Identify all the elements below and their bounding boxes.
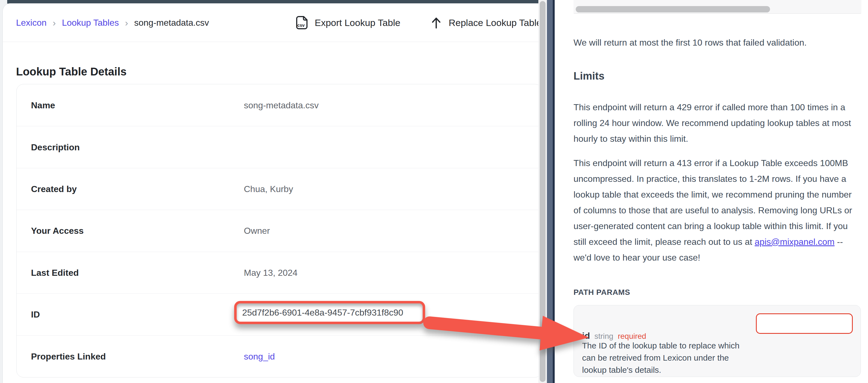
page-header: Lexicon › Lookup Tables › song-metadata.…: [3, 4, 538, 42]
row-label: Your Access: [31, 226, 84, 236]
vertical-scrollbar-thumb[interactable]: [540, 1, 546, 382]
table-row: Namesong-metadata.csv: [17, 84, 538, 126]
breadcrumb-current-file: song-metadata.csv: [134, 18, 209, 28]
table-row: ID25d7f2b6-6901-4e8a-9457-7cbf931f8c90: [17, 293, 538, 335]
details-table: Namesong-metadata.csvDescriptionCreated …: [16, 84, 538, 378]
limits-paragraph-2: This endpoint will return a 413 error if…: [574, 155, 857, 266]
row-label: ID: [31, 310, 40, 320]
export-button-label: Export Lookup Table: [315, 18, 400, 28]
svg-text:csv: csv: [297, 23, 305, 28]
horizontal-scrollbar-thumb[interactable]: [576, 6, 770, 12]
row-label: Last Edited: [31, 268, 79, 278]
mixpanel-apis-email-link[interactable]: apis@mixpanel.com: [755, 237, 835, 247]
row-value: song-metadata.csv: [244, 100, 318, 110]
table-row: Properties Linkedsong_id: [17, 336, 538, 377]
row-label: Created by: [31, 184, 77, 194]
csv-file-icon: csv: [296, 16, 308, 30]
limits-heading: Limits: [574, 70, 604, 82]
row-value: Chua, Kurby: [244, 184, 293, 194]
replace-lookup-table-button[interactable]: Replace Lookup Table: [430, 4, 538, 42]
row-value: Owner: [244, 226, 270, 236]
param-description: The ID of the lookup table to replace wh…: [582, 340, 743, 376]
row-label: Name: [31, 100, 55, 110]
table-row: Created byChua, Kurby: [17, 168, 538, 210]
page-title: Lookup Table Details: [16, 66, 126, 78]
api-docs-panel: We will return at most the first 10 rows…: [555, 0, 868, 383]
path-params-label: PATH PARAMS: [574, 288, 630, 297]
chevron-right-icon: ›: [125, 18, 128, 28]
window-split-divider-edge: [553, 0, 555, 383]
linked-property-link[interactable]: song_id: [244, 351, 275, 361]
limits-paragraph-1: This endpoint will return a 429 error if…: [574, 100, 857, 147]
id-value-highlight-box: 25d7f2b6-6901-4e8a-9457-7cbf931f8c90: [234, 301, 425, 324]
row-value: May 13, 2024: [244, 268, 298, 278]
table-row: Your AccessOwner: [17, 210, 538, 251]
replace-button-label: Replace Lookup Table: [449, 18, 538, 28]
lookup-table-id-value: 25d7f2b6-6901-4e8a-9457-7cbf931f8c90: [242, 308, 403, 318]
breadcrumb-lookup-tables[interactable]: Lookup Tables: [62, 18, 119, 28]
path-param-card: id string required The ID of the lookup …: [574, 305, 861, 377]
row-label: Description: [31, 142, 80, 152]
param-id-input[interactable]: [756, 313, 853, 334]
limits-paragraph-2-text: This endpoint will return a 413 error if…: [574, 158, 852, 247]
docs-intro-text: We will return at most the first 10 rows…: [574, 35, 857, 50]
breadcrumb-lexicon[interactable]: Lexicon: [16, 18, 46, 28]
lookup-table-page: Lexicon › Lookup Tables › song-metadata.…: [2, 3, 538, 383]
window-split-divider: [547, 0, 553, 383]
lexicon-panel: Lexicon › Lookup Tables › song-metadata.…: [0, 0, 538, 383]
arrow-up-icon: [430, 16, 442, 29]
table-row: Last EditedMay 13, 2024: [17, 252, 538, 293]
row-label: Properties Linked: [31, 351, 106, 361]
header-divider: [3, 42, 538, 42]
export-lookup-table-button[interactable]: csv Export Lookup Table: [296, 4, 400, 42]
table-row: Description: [17, 126, 538, 168]
horizontal-scrollbar-track[interactable]: [574, 0, 861, 14]
chevron-right-icon: ›: [53, 18, 56, 28]
breadcrumb: Lexicon › Lookup Tables › song-metadata.…: [16, 4, 209, 42]
